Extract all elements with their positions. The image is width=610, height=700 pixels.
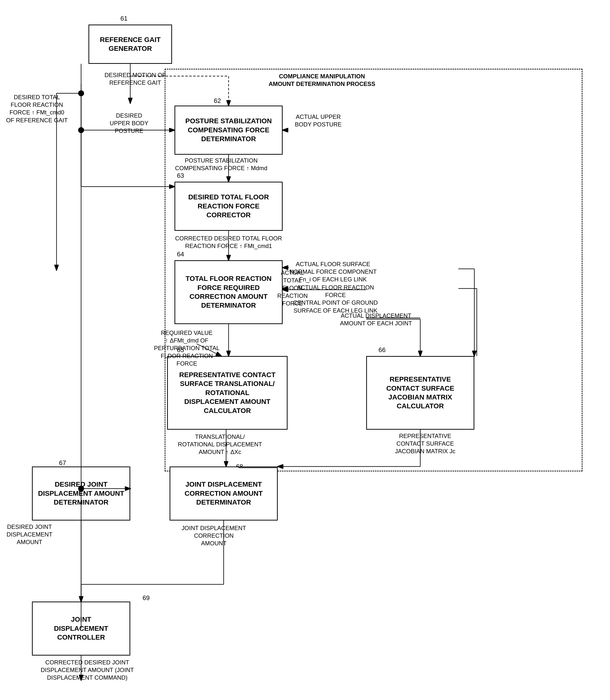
desired-joint-label: DESIRED JOINTDISPLACEMENT AMOUNTDETERMIN… <box>38 480 124 507</box>
desired-motion-label: DESIRED MOTION OFREFERENCE GAIT <box>96 71 175 86</box>
ref-61: 61 <box>121 15 128 22</box>
total-floor-box: TOTAL FLOOR REACTIONFORCE REQUIREDCORREC… <box>175 260 283 324</box>
ref-64: 64 <box>177 250 184 258</box>
posture-comp-force-label: POSTURE STABILIZATIONCOMPENSATING FORCE … <box>175 157 268 172</box>
required-value-label: REQUIRED VALUE↑ ΔFMt_dmd OFPERTURBATION … <box>152 329 221 367</box>
joint-disp-corr-out-label: JOINT DISPLACEMENTCORRECTIONAMOUNT <box>177 524 251 547</box>
desired-upper-label: DESIREDUPPER BODYPOSTURE <box>96 112 162 135</box>
joint-disp-corr-box: JOINT DISPLACEMENTCORRECTION AMOUNTDETER… <box>170 467 278 520</box>
svg-point-7 <box>78 127 84 133</box>
corrected-desired-joint-label: CORRECTED DESIRED JOINTDISPLACEMENT AMOU… <box>41 659 134 682</box>
svg-point-40 <box>78 90 84 96</box>
ref-66: 66 <box>379 346 386 354</box>
joint-disp-ctrl-box: JOINTDISPLACEMENTCONTROLLER <box>32 602 130 655</box>
ref-62: 62 <box>214 97 221 105</box>
posture-stab-box: POSTURE STABILIZATIONCOMPENSATING FORCED… <box>175 105 283 155</box>
desired-joint-box: DESIRED JOINTDISPLACEMENT AMOUNTDETERMIN… <box>32 467 130 520</box>
ref-63: 63 <box>177 172 184 180</box>
corrected-desired-label: CORRECTED DESIRED TOTAL FLOORREACTION FO… <box>175 234 283 250</box>
desired-total-label: DESIRED TOTAL FLOORREACTION FORCECORRECT… <box>188 193 269 219</box>
jacobian-out-label: REPRESENTATIVECONTACT SURFACEJACOBIAN MA… <box>381 432 469 455</box>
rep-jacobian-label: REPRESENTATIVECONTACT SURFACEJACOBIAN MA… <box>386 375 454 411</box>
actual-total-label: ACTUAL TOTALFLOORREACTIONFORCE <box>275 269 310 307</box>
reference-gait-box: REFERENCE GAIT GENERATOR <box>89 24 172 64</box>
posture-stab-label: POSTURE STABILIZATIONCOMPENSATING FORCED… <box>185 117 272 144</box>
joint-disp-corr-label: JOINT DISPLACEMENTCORRECTION AMOUNTDETER… <box>184 480 263 507</box>
compliance-label: COMPLIANCE MANIPULATIONAMOUNT DETERMINAT… <box>236 72 408 88</box>
joint-disp-ctrl-label: JOINTDISPLACEMENTCONTROLLER <box>54 615 108 642</box>
rep-jacobian-box: REPRESENTATIVECONTACT SURFACEJACOBIAN MA… <box>366 356 474 430</box>
total-floor-label: TOTAL FLOOR REACTIONFORCE REQUIREDCORREC… <box>186 274 272 310</box>
ref-69: 69 <box>143 594 150 602</box>
actual-upper-label: ACTUAL UPPERBODY POSTURE <box>288 113 349 128</box>
translational-rot-label: TRANSLATIONAL/ROTATIONAL DISPLACEMENTAMO… <box>171 433 269 456</box>
desired-total-floor-label: DESIRED TOTALFLOOR REACTIONFORCE ↑ FMt_c… <box>5 93 69 124</box>
desired-total-box: DESIRED TOTAL FLOORREACTION FORCECORRECT… <box>175 182 283 231</box>
diagram: 61 REFERENCE GAIT GENERATOR COMPLIANCE M… <box>0 0 610 700</box>
reference-gait-label: REFERENCE GAIT GENERATOR <box>92 35 169 53</box>
actual-displacement-label: ACTUAL DISPLACEMENTAMOUNT OF EACH JOINT <box>337 312 415 327</box>
desired-joint-amount-label: DESIRED JOINTDISPLACEMENTAMOUNT <box>5 523 54 546</box>
ref-67: 67 <box>59 459 66 467</box>
rep-contact-trans-label: REPRESENTATIVE CONTACTSURFACE TRANSLATIO… <box>179 370 275 415</box>
